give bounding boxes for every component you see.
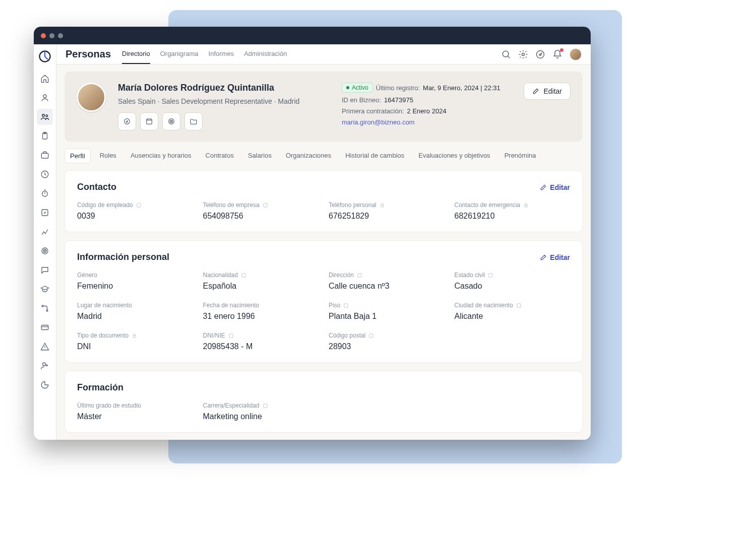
- email-link[interactable]: maria.giron@bizneo.com: [342, 118, 415, 126]
- svg-rect-32: [344, 303, 348, 307]
- action-folder-icon[interactable]: [184, 112, 203, 130]
- formacion-title: Formación: [77, 382, 123, 393]
- tab-prenomina[interactable]: Prenómina: [499, 149, 541, 163]
- search-icon[interactable]: [501, 49, 511, 59]
- field-value: Madrid: [77, 312, 193, 321]
- field-value: 654098756: [203, 212, 319, 221]
- tab-evaluaciones[interactable]: Evaluaciones y objetivos: [413, 149, 495, 163]
- rail-people-icon[interactable]: [37, 109, 53, 125]
- field-lugar-nacimiento: Lugar de nacimiento Madrid: [77, 302, 193, 321]
- svg-rect-6: [41, 153, 48, 158]
- svg-rect-28: [525, 205, 528, 207]
- field-label: Teléfono personal: [329, 202, 376, 209]
- id-value: 16473975: [384, 96, 413, 104]
- rail-stopwatch-icon[interactable]: [37, 185, 53, 202]
- field-value: Femenino: [77, 282, 193, 291]
- action-target-icon[interactable]: [162, 112, 180, 130]
- tab-informes[interactable]: Informes: [209, 44, 234, 64]
- pencil-icon: [540, 184, 547, 191]
- edit-contacto-button[interactable]: Editar: [540, 183, 570, 191]
- field-value: 676251829: [329, 212, 445, 221]
- tab-administracion[interactable]: Administración: [244, 44, 287, 64]
- tab-historial[interactable]: Historial de cambios: [340, 149, 409, 163]
- formacion-card: Formación Último grado de estudio Máster…: [65, 371, 583, 433]
- contacto-title: Contacto: [77, 182, 116, 192]
- tab-organizaciones[interactable]: Organizaciones: [281, 149, 336, 163]
- rail-clock-icon[interactable]: [37, 166, 53, 182]
- tab-salarios[interactable]: Salarios: [243, 149, 277, 163]
- rail-alert-icon[interactable]: [37, 339, 53, 355]
- tab-perfil[interactable]: Perfil: [65, 149, 91, 163]
- rail-check-icon[interactable]: [37, 205, 53, 221]
- svg-point-18: [522, 53, 525, 55]
- tab-organigrama[interactable]: Organigrama: [160, 44, 199, 64]
- field-label: Género: [77, 272, 97, 279]
- field-telefono-personal: Teléfono personal 676251829: [329, 202, 445, 221]
- bell-icon[interactable]: [552, 49, 562, 59]
- rail-chat-icon[interactable]: [37, 262, 53, 278]
- svg-rect-21: [147, 119, 152, 124]
- id-label: ID en Bizneo:: [342, 96, 381, 104]
- field-dni-nie: DNI/NIE 20985438 - M: [203, 332, 319, 351]
- field-telefono-empresa: Teléfono de empresa 654098756: [203, 202, 319, 221]
- app-window: Personas Directorio Organigrama Informes…: [34, 27, 591, 440]
- svg-point-14: [46, 310, 48, 311]
- rail-flow-icon[interactable]: [37, 300, 53, 316]
- action-calendar-icon[interactable]: [140, 112, 158, 130]
- svg-rect-27: [381, 205, 384, 207]
- logo-icon[interactable]: [38, 49, 52, 63]
- rail-pie-icon[interactable]: [37, 377, 53, 393]
- edit-link-label: Editar: [550, 183, 570, 191]
- svg-point-3: [46, 115, 48, 117]
- svg-point-1: [43, 95, 46, 98]
- topbar-tabs: Directorio Organigrama Informes Administ…: [122, 44, 287, 64]
- action-compass-icon[interactable]: [118, 112, 136, 130]
- field-label: DNI/NIE: [203, 332, 225, 339]
- compass-icon[interactable]: [535, 49, 545, 59]
- notification-dot-icon: [560, 48, 563, 52]
- maximize-dot-icon[interactable]: [58, 33, 63, 38]
- profile-name: María Dolores Rodríguez Quintanilla: [118, 83, 330, 93]
- svg-rect-34: [133, 335, 136, 338]
- edit-personal-button[interactable]: Editar: [540, 253, 570, 261]
- personal-card: Información personal Editar Género Femen…: [65, 240, 583, 363]
- field-codigo-postal: Código postal 28903: [329, 332, 445, 351]
- field-label: Tipo de documento: [77, 332, 129, 339]
- field-value: DNI: [77, 342, 193, 351]
- close-dot-icon[interactable]: [41, 33, 46, 38]
- gear-icon[interactable]: [518, 49, 528, 59]
- rail-academic-icon[interactable]: [37, 281, 53, 297]
- rail-user-icon[interactable]: [37, 90, 53, 106]
- profile-header-card: María Dolores Rodríguez Quintanilla Sale…: [65, 72, 583, 142]
- field-estado-civil: Estado civil Casado: [455, 272, 571, 291]
- info-icon: [343, 303, 349, 308]
- tab-directorio[interactable]: Directorio: [122, 44, 150, 64]
- edit-profile-button[interactable]: Editar: [524, 83, 571, 100]
- svg-rect-15: [41, 325, 48, 330]
- svg-point-16: [43, 363, 46, 366]
- tab-roles[interactable]: Roles: [95, 149, 121, 163]
- rail-chart-icon[interactable]: [37, 224, 53, 240]
- personal-title: Información personal: [77, 252, 169, 262]
- rail-card-icon[interactable]: [37, 319, 53, 335]
- svg-rect-26: [263, 203, 267, 207]
- tab-ausencias[interactable]: Ausencias y horarios: [125, 149, 197, 163]
- tab-contratos[interactable]: Contratos: [201, 149, 239, 163]
- svg-point-13: [42, 305, 43, 307]
- info-icon: [241, 273, 246, 278]
- field-value: Alicante: [455, 312, 571, 321]
- rail-briefcase-icon[interactable]: [37, 147, 53, 163]
- rail-target-icon[interactable]: [37, 243, 53, 259]
- field-label: Ciudad de nacimiento: [455, 302, 513, 309]
- field-value: 0039: [77, 212, 193, 221]
- field-direccion: Dirección Calle cuenca nº3: [329, 272, 445, 291]
- field-ciudad-nacimiento: Ciudad de nacimiento Alicante: [455, 302, 571, 321]
- user-avatar[interactable]: [570, 48, 582, 60]
- rail-clipboard-icon[interactable]: [37, 128, 53, 144]
- contacto-card: Contacto Editar Código de empleado 0039 …: [65, 170, 583, 232]
- rail-home-icon[interactable]: [37, 71, 53, 87]
- info-icon: [488, 273, 493, 278]
- rail-user-plus-icon[interactable]: [37, 358, 53, 374]
- field-label: Contacto de emergencia: [455, 202, 521, 209]
- minimize-dot-icon[interactable]: [49, 33, 54, 38]
